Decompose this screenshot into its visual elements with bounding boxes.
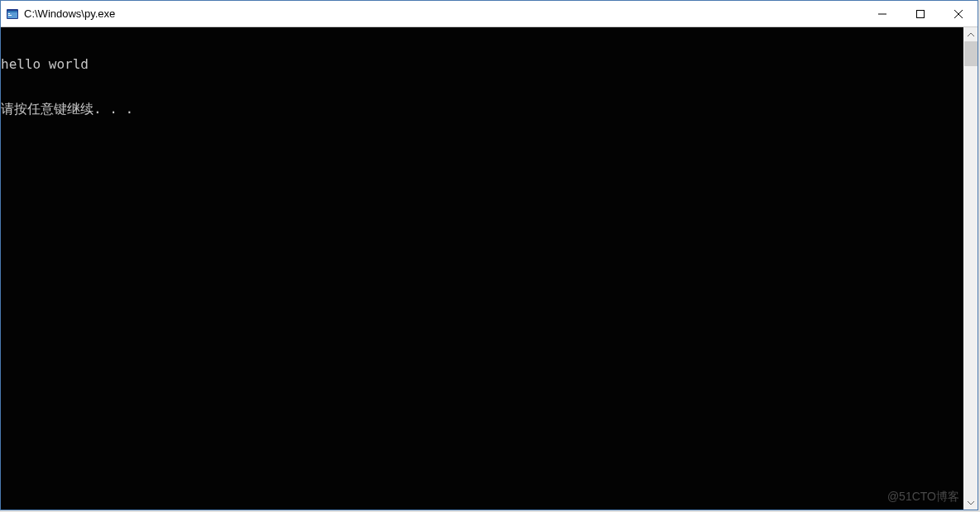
chevron-up-icon	[968, 31, 974, 38]
svg-rect-6	[917, 10, 925, 17]
minimize-button[interactable]	[863, 1, 901, 26]
console-line: hello world	[1, 57, 963, 72]
scroll-up-button[interactable]	[964, 27, 978, 41]
close-button[interactable]	[939, 1, 978, 26]
svg-rect-3	[8, 13, 10, 14]
window-controls	[863, 1, 978, 26]
scroll-track[interactable]	[964, 41, 978, 495]
console-output[interactable]: hello world 请按任意键继续. . .	[1, 27, 963, 510]
console-line: 请按任意键继续. . .	[1, 102, 963, 117]
vertical-scrollbar[interactable]	[963, 27, 978, 510]
chevron-down-icon	[968, 500, 974, 506]
maximize-button[interactable]	[901, 1, 939, 26]
console-area: hello world 请按任意键继续. . . @51CTO博客	[1, 26, 978, 510]
application-window: C:\Windows\py.exe hello world	[0, 0, 978, 510]
app-icon	[6, 7, 19, 21]
window-title: C:\Windows\py.exe	[24, 7, 863, 20]
scroll-down-button[interactable]	[964, 495, 978, 510]
scroll-thumb[interactable]	[964, 41, 978, 66]
minimize-icon	[878, 10, 886, 18]
close-icon	[954, 10, 963, 18]
maximize-icon	[916, 10, 925, 18]
title-bar[interactable]: C:\Windows\py.exe	[1, 1, 978, 26]
svg-rect-4	[8, 15, 12, 16]
svg-rect-2	[7, 11, 17, 12]
